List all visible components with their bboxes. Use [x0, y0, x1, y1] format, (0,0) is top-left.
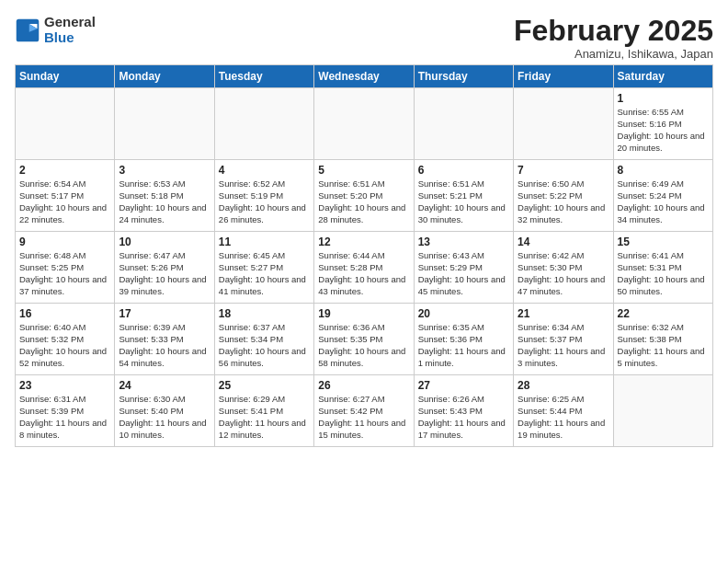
- calendar-cell: 27Sunrise: 6:26 AM Sunset: 5:43 PM Dayli…: [414, 375, 513, 447]
- calendar-cell: 9Sunrise: 6:48 AM Sunset: 5:25 PM Daylig…: [16, 232, 115, 304]
- day-number: 11: [219, 236, 310, 248]
- header: General Blue February 2025 Anamizu, Ishi…: [15, 15, 713, 61]
- logo-general: General: [44, 15, 96, 30]
- calendar-cell: 2Sunrise: 6:54 AM Sunset: 5:17 PM Daylig…: [16, 160, 115, 232]
- week-row-2: 9Sunrise: 6:48 AM Sunset: 5:25 PM Daylig…: [16, 232, 713, 304]
- cell-info: Sunrise: 6:47 AM Sunset: 5:26 PM Dayligh…: [119, 250, 210, 297]
- subtitle: Anamizu, Ishikawa, Japan: [514, 47, 713, 61]
- calendar-cell: 5Sunrise: 6:51 AM Sunset: 5:20 PM Daylig…: [314, 160, 414, 232]
- logo: General Blue: [15, 15, 96, 45]
- cell-info: Sunrise: 6:53 AM Sunset: 5:18 PM Dayligh…: [119, 178, 210, 225]
- cell-info: Sunrise: 6:32 AM Sunset: 5:38 PM Dayligh…: [618, 322, 709, 369]
- day-number: 15: [618, 236, 709, 248]
- cell-info: Sunrise: 6:31 AM Sunset: 5:39 PM Dayligh…: [19, 394, 110, 441]
- cell-info: Sunrise: 6:36 AM Sunset: 5:35 PM Dayligh…: [318, 322, 409, 369]
- calendar-cell: [514, 88, 613, 160]
- cell-info: Sunrise: 6:43 AM Sunset: 5:29 PM Dayligh…: [418, 250, 509, 297]
- calendar-cell: 19Sunrise: 6:36 AM Sunset: 5:35 PM Dayli…: [314, 304, 414, 375]
- cell-info: Sunrise: 6:52 AM Sunset: 5:19 PM Dayligh…: [219, 178, 310, 225]
- cell-info: Sunrise: 6:50 AM Sunset: 5:22 PM Dayligh…: [518, 178, 609, 225]
- day-number: 27: [418, 379, 509, 392]
- weekday-header-saturday: Saturday: [613, 65, 712, 88]
- calendar-cell: 12Sunrise: 6:44 AM Sunset: 5:28 PM Dayli…: [314, 232, 414, 304]
- calendar-cell: 11Sunrise: 6:45 AM Sunset: 5:27 PM Dayli…: [214, 232, 313, 304]
- calendar-cell: 8Sunrise: 6:49 AM Sunset: 5:24 PM Daylig…: [613, 160, 712, 232]
- day-number: 21: [518, 307, 609, 320]
- calendar-cell: 17Sunrise: 6:39 AM Sunset: 5:33 PM Dayli…: [115, 304, 214, 375]
- calendar-cell: 24Sunrise: 6:30 AM Sunset: 5:40 PM Dayli…: [115, 375, 214, 447]
- day-number: 26: [318, 379, 409, 392]
- cell-info: Sunrise: 6:51 AM Sunset: 5:20 PM Dayligh…: [318, 178, 409, 225]
- calendar-cell: [613, 375, 712, 447]
- week-row-0: 1Sunrise: 6:55 AM Sunset: 5:16 PM Daylig…: [16, 88, 713, 160]
- cell-info: Sunrise: 6:29 AM Sunset: 5:41 PM Dayligh…: [219, 394, 310, 441]
- calendar-cell: 13Sunrise: 6:43 AM Sunset: 5:29 PM Dayli…: [414, 232, 513, 304]
- cell-info: Sunrise: 6:27 AM Sunset: 5:42 PM Dayligh…: [318, 394, 409, 441]
- cell-info: Sunrise: 6:44 AM Sunset: 5:28 PM Dayligh…: [318, 250, 409, 297]
- day-number: 16: [19, 307, 110, 320]
- calendar-cell: 20Sunrise: 6:35 AM Sunset: 5:36 PM Dayli…: [414, 304, 513, 375]
- day-number: 20: [418, 307, 509, 320]
- svg-rect-0: [17, 18, 40, 41]
- cell-info: Sunrise: 6:54 AM Sunset: 5:17 PM Dayligh…: [19, 178, 110, 225]
- day-number: 5: [318, 164, 409, 177]
- cell-info: Sunrise: 6:37 AM Sunset: 5:34 PM Dayligh…: [219, 322, 310, 369]
- cell-info: Sunrise: 6:35 AM Sunset: 5:36 PM Dayligh…: [418, 322, 509, 369]
- week-row-3: 16Sunrise: 6:40 AM Sunset: 5:32 PM Dayli…: [16, 304, 713, 375]
- week-row-4: 23Sunrise: 6:31 AM Sunset: 5:39 PM Dayli…: [16, 375, 713, 447]
- day-number: 23: [19, 379, 110, 392]
- day-number: 2: [19, 164, 110, 177]
- calendar-cell: 10Sunrise: 6:47 AM Sunset: 5:26 PM Dayli…: [115, 232, 214, 304]
- cell-info: Sunrise: 6:40 AM Sunset: 5:32 PM Dayligh…: [19, 322, 110, 369]
- day-number: 6: [418, 164, 509, 177]
- day-number: 3: [119, 164, 210, 177]
- calendar-cell: 1Sunrise: 6:55 AM Sunset: 5:16 PM Daylig…: [613, 88, 712, 160]
- page: General Blue February 2025 Anamizu, Ishi…: [0, 0, 728, 563]
- weekday-header-row: SundayMondayTuesdayWednesdayThursdayFrid…: [16, 65, 713, 88]
- week-row-1: 2Sunrise: 6:54 AM Sunset: 5:17 PM Daylig…: [16, 160, 713, 232]
- day-number: 17: [119, 307, 210, 320]
- cell-info: Sunrise: 6:34 AM Sunset: 5:37 PM Dayligh…: [518, 322, 609, 369]
- day-number: 19: [318, 307, 409, 320]
- day-number: 24: [119, 379, 210, 392]
- cell-info: Sunrise: 6:48 AM Sunset: 5:25 PM Dayligh…: [19, 250, 110, 297]
- main-title: February 2025: [514, 15, 713, 47]
- day-number: 12: [318, 236, 409, 248]
- cell-info: Sunrise: 6:55 AM Sunset: 5:16 PM Dayligh…: [618, 107, 709, 154]
- calendar-cell: 3Sunrise: 6:53 AM Sunset: 5:18 PM Daylig…: [115, 160, 214, 232]
- cell-info: Sunrise: 6:42 AM Sunset: 5:30 PM Dayligh…: [518, 250, 609, 297]
- weekday-header-thursday: Thursday: [414, 65, 513, 88]
- calendar-table: SundayMondayTuesdayWednesdayThursdayFrid…: [15, 64, 713, 447]
- day-number: 8: [618, 164, 709, 177]
- weekday-header-monday: Monday: [115, 65, 214, 88]
- calendar-cell: 25Sunrise: 6:29 AM Sunset: 5:41 PM Dayli…: [214, 375, 313, 447]
- day-number: 4: [219, 164, 310, 177]
- day-number: 7: [518, 164, 609, 177]
- calendar-cell: [314, 88, 414, 160]
- day-number: 28: [518, 379, 609, 392]
- cell-info: Sunrise: 6:30 AM Sunset: 5:40 PM Dayligh…: [119, 394, 210, 441]
- day-number: 9: [19, 236, 110, 248]
- calendar-cell: [115, 88, 214, 160]
- calendar-cell: 6Sunrise: 6:51 AM Sunset: 5:21 PM Daylig…: [414, 160, 513, 232]
- day-number: 14: [518, 236, 609, 248]
- logo-blue: Blue: [44, 30, 96, 46]
- logo-text: General Blue: [44, 15, 96, 45]
- day-number: 25: [219, 379, 310, 392]
- cell-info: Sunrise: 6:51 AM Sunset: 5:21 PM Dayligh…: [418, 178, 509, 225]
- calendar-cell: 21Sunrise: 6:34 AM Sunset: 5:37 PM Dayli…: [514, 304, 613, 375]
- cell-info: Sunrise: 6:25 AM Sunset: 5:44 PM Dayligh…: [518, 394, 609, 441]
- calendar-cell: 28Sunrise: 6:25 AM Sunset: 5:44 PM Dayli…: [514, 375, 613, 447]
- title-block: February 2025 Anamizu, Ishikawa, Japan: [514, 15, 713, 61]
- logo-icon: [15, 17, 40, 43]
- calendar-cell: 22Sunrise: 6:32 AM Sunset: 5:38 PM Dayli…: [613, 304, 712, 375]
- day-number: 10: [119, 236, 210, 248]
- calendar-cell: 14Sunrise: 6:42 AM Sunset: 5:30 PM Dayli…: [514, 232, 613, 304]
- calendar-cell: 26Sunrise: 6:27 AM Sunset: 5:42 PM Dayli…: [314, 375, 414, 447]
- weekday-header-wednesday: Wednesday: [314, 65, 414, 88]
- weekday-header-friday: Friday: [514, 65, 613, 88]
- cell-info: Sunrise: 6:45 AM Sunset: 5:27 PM Dayligh…: [219, 250, 310, 297]
- cell-info: Sunrise: 6:49 AM Sunset: 5:24 PM Dayligh…: [618, 178, 709, 225]
- cell-info: Sunrise: 6:26 AM Sunset: 5:43 PM Dayligh…: [418, 394, 509, 441]
- calendar-cell: [414, 88, 513, 160]
